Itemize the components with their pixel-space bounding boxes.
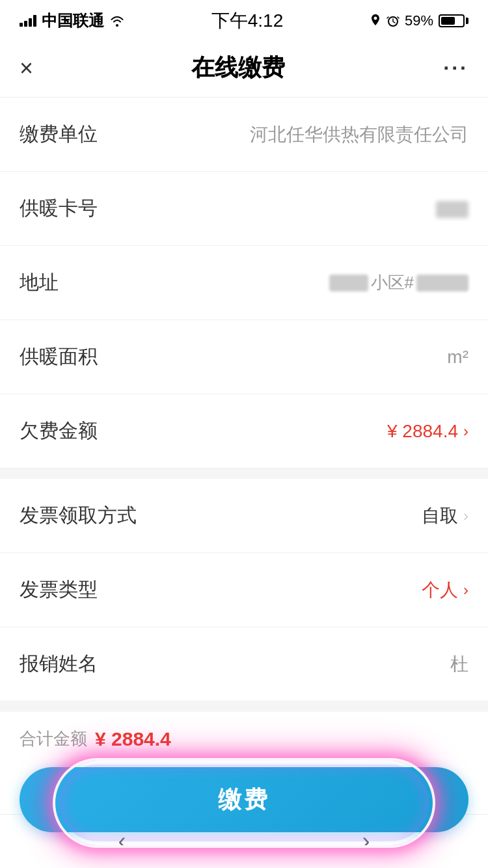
card-value [98, 198, 468, 219]
location-icon [370, 14, 381, 27]
form-row-unit: 缴费单位 河北任华供热有限责任公司 [0, 98, 488, 172]
form-row-area: 供暖面积 m² [0, 320, 488, 394]
wifi-icon [109, 15, 125, 27]
alarm-icon [386, 14, 400, 27]
time-label: 下午4:12 [211, 8, 284, 33]
address-value: 小区# [329, 271, 468, 294]
form-row-card: 供暖卡号 [0, 172, 488, 246]
card-label: 供暖卡号 [20, 195, 98, 222]
total-label: 合计金额 [20, 727, 87, 750]
form-row-reimburse: 报销姓名 杜 [0, 627, 488, 701]
invoice-type-value: 个人 [98, 578, 458, 603]
arrear-label: 欠费金额 [20, 418, 98, 444]
reimburse-label: 报销姓名 [20, 651, 98, 677]
battery-percent: 59% [405, 12, 433, 29]
arrear-value: ¥ 2884.4 [98, 421, 458, 442]
unit-label: 缴费单位 [20, 121, 98, 148]
area-label: 供暖面积 [20, 344, 98, 370]
address-label: 地址 [20, 269, 59, 296]
total-row: 合计金额 ¥ 2884.4 [0, 712, 488, 761]
invoice-pickup-chevron-icon: › [463, 507, 468, 525]
carrier-label: 中国联通 [42, 10, 104, 31]
total-amount: ¥ 2884.4 [95, 728, 171, 750]
page-title: 在线缴费 [191, 52, 285, 84]
status-bar: 中国联通 下午4:12 59% [0, 0, 488, 39]
content-area: 缴费单位 河北任华供热有限责任公司 供暖卡号 地址 小区# 供暖面积 m² 欠费… [0, 98, 488, 868]
section-divider-2 [0, 701, 488, 712]
form-row-invoice-type[interactable]: 发票类型 个人 › [0, 553, 488, 627]
pay-button[interactable]: 缴费 [20, 767, 468, 832]
form-row-invoice-pickup[interactable]: 发票领取方式 自取 › [0, 479, 488, 553]
nav-bar: × 在线缴费 ··· [0, 39, 488, 98]
unit-value: 河北任华供热有限责任公司 [98, 122, 468, 147]
more-button[interactable]: ··· [443, 56, 468, 80]
invoice-type-label: 发票类型 [20, 576, 98, 603]
status-left: 中国联通 [20, 10, 125, 31]
close-button[interactable]: × [20, 55, 33, 82]
arrear-chevron-icon: › [463, 422, 468, 441]
area-value: m² [98, 347, 468, 368]
status-right: 59% [370, 12, 468, 29]
signal-icon [20, 15, 36, 27]
form-row-arrear[interactable]: 欠费金额 ¥ 2884.4 › [0, 394, 488, 468]
form-row-address: 地址 小区# [0, 246, 488, 320]
invoice-type-chevron-icon: › [463, 581, 468, 599]
battery-icon [439, 14, 468, 27]
invoice-pickup-label: 发票领取方式 [20, 502, 137, 529]
section-divider-1 [0, 468, 488, 479]
invoice-pickup-value: 自取 [137, 504, 458, 528]
reimburse-value: 杜 [98, 652, 468, 677]
